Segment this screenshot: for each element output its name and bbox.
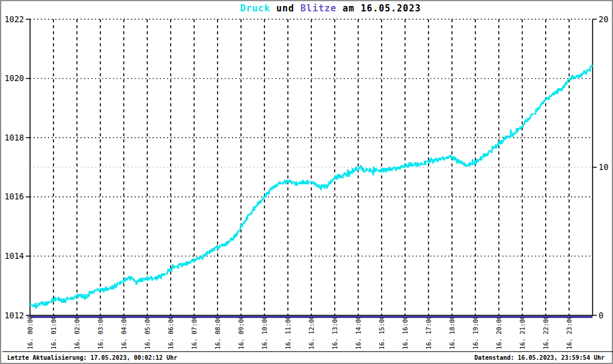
right-axis-labels: 20100 — [593, 14, 608, 320]
hour-label: 16. 02:00 — [73, 315, 81, 350]
hour-label: 16. 06:00 — [167, 315, 174, 350]
data-timestamp-text: Datenstand: 16.05.2023, 23:59:54 Uhr — [474, 354, 605, 361]
left-tick-label: 1016 — [4, 192, 24, 201]
footer-divider — [2, 351, 613, 352]
x-axis-labels: 16. 00:0016. 01:0016. 02:0016. 03:0016. … — [26, 315, 573, 350]
hour-label: 16. 00:00 — [26, 315, 34, 350]
hour-label: 16. 11:00 — [284, 315, 291, 350]
hour-label: 16. 21:00 — [519, 315, 526, 350]
hour-label: 16. 13:00 — [331, 315, 338, 350]
hour-label: 16. 08:00 — [214, 315, 221, 350]
pressure-lightning-chart: 1022102010181016101410122010016. 00:0016… — [1, 1, 613, 352]
right-tick-label: 0 — [599, 311, 603, 320]
hour-label: 16. 12:00 — [308, 315, 315, 350]
last-update-text: Letzte Aktualisierung: 17.05.2023, 00:02… — [7, 354, 177, 361]
hour-label: 16. 01:00 — [50, 315, 57, 350]
hour-label: 16. 19:00 — [472, 315, 479, 350]
hour-label: 16. 16:00 — [401, 315, 409, 350]
left-axis-labels: 102210201018101610141012 — [4, 14, 30, 320]
hour-label: 16. 05:00 — [144, 315, 151, 350]
hour-label: 16. 09:00 — [237, 315, 245, 350]
left-tick-label: 1018 — [4, 133, 24, 142]
left-tick-label: 1020 — [4, 73, 24, 83]
hour-label: 16. 07:00 — [191, 315, 198, 350]
hour-label: 16. 17:00 — [425, 315, 432, 350]
hour-label: 16. 14:00 — [355, 315, 362, 350]
left-tick-label: 1022 — [4, 14, 24, 24]
right-tick-label: 10 — [599, 162, 608, 172]
hour-label: 16. 03:00 — [97, 315, 104, 350]
left-tick-label: 1014 — [4, 251, 24, 261]
hour-label: 16. 22:00 — [542, 315, 549, 350]
hour-label: 16. 20:00 — [495, 315, 502, 350]
hour-label: 16. 23:00 — [566, 315, 573, 350]
right-tick-label: 20 — [599, 14, 608, 24]
chart-frame: Druck und Blitze am 16.05.2023 102210201… — [0, 0, 613, 364]
hour-label: 16. 10:00 — [261, 315, 268, 350]
hour-label: 16. 04:00 — [120, 315, 127, 350]
left-tick-label: 1012 — [4, 311, 24, 320]
hour-label: 16. 15:00 — [378, 315, 385, 350]
hour-label: 16. 18:00 — [448, 315, 456, 350]
